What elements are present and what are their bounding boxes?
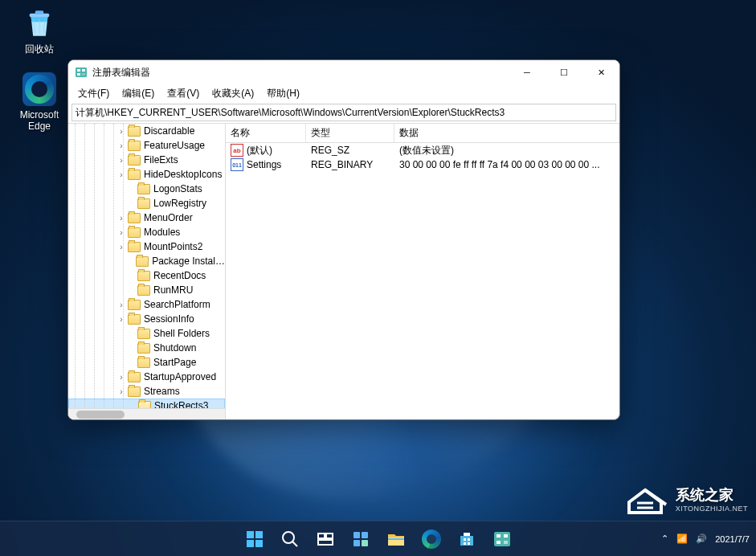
- folder-icon: [128, 126, 141, 137]
- svg-rect-23: [464, 538, 466, 541]
- taskbar: ⌃ 📶 🔊 2021/7/7: [0, 521, 756, 556]
- tree-expander-icon[interactable]: ›: [116, 373, 126, 382]
- tree-expander-icon[interactable]: ›: [116, 243, 126, 251]
- maximize-button[interactable]: ☐: [546, 60, 582, 84]
- column-header-name[interactable]: 名称: [226, 124, 306, 142]
- svg-rect-21: [362, 540, 368, 546]
- tree-node[interactable]: Shell Folders: [68, 326, 225, 341]
- task-view-button[interactable]: [309, 524, 341, 554]
- tree-node[interactable]: RecentDocs: [68, 268, 225, 283]
- tray-network-icon[interactable]: 📶: [676, 534, 688, 544]
- tree-node[interactable]: StuckRects3: [68, 399, 225, 408]
- tree-node[interactable]: ›StartupApproved: [68, 370, 225, 384]
- taskbar-explorer[interactable]: [380, 524, 412, 554]
- svg-rect-22: [388, 538, 404, 540]
- svg-rect-28: [497, 534, 501, 538]
- tree-node-label: FileExts: [144, 154, 178, 166]
- folder-icon: [128, 141, 141, 151]
- svg-rect-27: [494, 532, 510, 546]
- tree-node[interactable]: ›MountPoints2: [68, 239, 225, 254]
- tree-node[interactable]: LogonStats: [68, 182, 225, 196]
- tree-expander-icon[interactable]: ›: [116, 170, 126, 179]
- window-controls: ─ ☐ ✕: [509, 60, 619, 84]
- svg-line-14: [292, 542, 297, 546]
- watermark: 系统之家 XITONGZHIJIA.NET: [621, 482, 748, 516]
- column-header-type[interactable]: 类型: [306, 124, 394, 142]
- registry-value-row[interactable]: 011SettingsREG_BINARY30 00 00 00 fe ff f…: [226, 157, 619, 172]
- tree-horizontal-scrollbar[interactable]: [68, 408, 225, 419]
- tray-clock[interactable]: 2021/7/7: [715, 534, 750, 544]
- tree-node[interactable]: ›SessionInfo: [68, 312, 225, 326]
- values-list-panel[interactable]: 名称 类型 数据 ab(默认)REG_SZ(数值未设置)011SettingsR…: [226, 124, 619, 419]
- tray-chevron-icon[interactable]: ⌃: [661, 534, 668, 544]
- menu-edit[interactable]: 编辑(E): [116, 85, 161, 102]
- close-button[interactable]: ✕: [582, 60, 619, 84]
- folder-icon: [128, 213, 141, 223]
- scrollbar-thumb[interactable]: [76, 411, 125, 419]
- tree-node-label: MenuOrder: [144, 212, 193, 223]
- tree-node[interactable]: ›FileExts: [68, 153, 225, 167]
- tree-node-label: SearchPlatform: [144, 299, 210, 310]
- tree-node[interactable]: ›SearchPlatform: [68, 297, 225, 312]
- taskbar-center: [239, 524, 518, 554]
- regedit-icon: [75, 66, 88, 79]
- widgets-button[interactable]: [345, 524, 377, 554]
- tree-expander-icon[interactable]: ›: [116, 156, 126, 165]
- title-bar[interactable]: 注册表编辑器 ─ ☐ ✕: [68, 60, 619, 84]
- tree-node[interactable]: RunMRU: [68, 283, 225, 297]
- tree-node[interactable]: ›MenuOrder: [68, 211, 225, 225]
- tree-node[interactable]: Package Installation: [68, 254, 225, 268]
- value-name: Settings: [247, 159, 281, 170]
- svg-rect-11: [247, 540, 254, 547]
- menu-bar: 文件(F) 编辑(E) 查看(V) 收藏夹(A) 帮助(H): [68, 84, 619, 102]
- minimize-button[interactable]: ─: [509, 60, 546, 84]
- address-bar[interactable]: [72, 104, 616, 121]
- tree-node[interactable]: ›Modules: [68, 225, 225, 239]
- tree-node[interactable]: Shutdown: [68, 341, 225, 355]
- tree-node[interactable]: StartPage: [68, 355, 225, 370]
- recycle-bin-icon: [22, 6, 56, 40]
- menu-file[interactable]: 文件(F): [72, 85, 116, 102]
- menu-view[interactable]: 查看(V): [161, 85, 206, 102]
- start-button[interactable]: [239, 524, 271, 554]
- desktop-icon-edge[interactable]: Microsoft Edge: [11, 72, 67, 133]
- tree-expander-icon[interactable]: ›: [116, 127, 126, 136]
- taskbar-store[interactable]: [451, 524, 483, 554]
- taskbar-edge[interactable]: [415, 524, 447, 554]
- value-name: (默认): [247, 144, 272, 157]
- tree-expander-icon[interactable]: ›: [116, 387, 126, 396]
- taskbar-regedit[interactable]: [486, 524, 518, 554]
- column-header-data[interactable]: 数据: [394, 124, 619, 142]
- search-button[interactable]: [274, 524, 306, 554]
- tree-expander-icon[interactable]: ›: [116, 300, 126, 309]
- tree-node[interactable]: ›Streams: [68, 384, 225, 399]
- tree-node-label: Streams: [144, 386, 180, 397]
- tree-node[interactable]: LowRegistry: [68, 196, 225, 211]
- value-type: REG_SZ: [306, 144, 394, 157]
- svg-rect-26: [468, 542, 470, 545]
- tree-panel[interactable]: ›Discardable›FeatureUsage›FileExts›HideD…: [68, 124, 226, 419]
- tree-node-label: Package Installation: [152, 256, 225, 267]
- folder-icon: [137, 343, 150, 354]
- tree-node[interactable]: ›FeatureUsage: [68, 138, 225, 153]
- desktop-icon-recycle-bin[interactable]: 回收站: [11, 6, 67, 55]
- taskbar-tray[interactable]: ⌃ 📶 🔊 2021/7/7: [661, 534, 750, 544]
- svg-rect-19: [362, 532, 368, 538]
- tree-node[interactable]: ›HideDesktopIcons: [68, 167, 225, 182]
- tree-expander-icon[interactable]: ›: [116, 141, 126, 150]
- tree-node-label: LowRegistry: [153, 198, 206, 209]
- tree-node[interactable]: ›Discardable: [68, 124, 225, 138]
- tree-expander-icon[interactable]: ›: [116, 228, 126, 237]
- tree-expander-icon[interactable]: ›: [116, 214, 126, 223]
- svg-rect-17: [318, 540, 333, 545]
- tray-volume-icon[interactable]: 🔊: [696, 534, 707, 544]
- registry-value-row[interactable]: ab(默认)REG_SZ(数值未设置): [226, 143, 619, 157]
- tree-node-label: LogonStats: [153, 183, 202, 194]
- value-data: 30 00 00 00 fe ff ff ff 7a f4 00 00 03 0…: [394, 158, 619, 171]
- tree-expander-icon[interactable]: ›: [116, 315, 126, 324]
- svg-rect-8: [82, 73, 85, 76]
- menu-favorites[interactable]: 收藏夹(A): [206, 85, 260, 102]
- svg-rect-4: [76, 67, 87, 77]
- menu-help[interactable]: 帮助(H): [260, 85, 306, 102]
- folder-icon: [138, 401, 151, 409]
